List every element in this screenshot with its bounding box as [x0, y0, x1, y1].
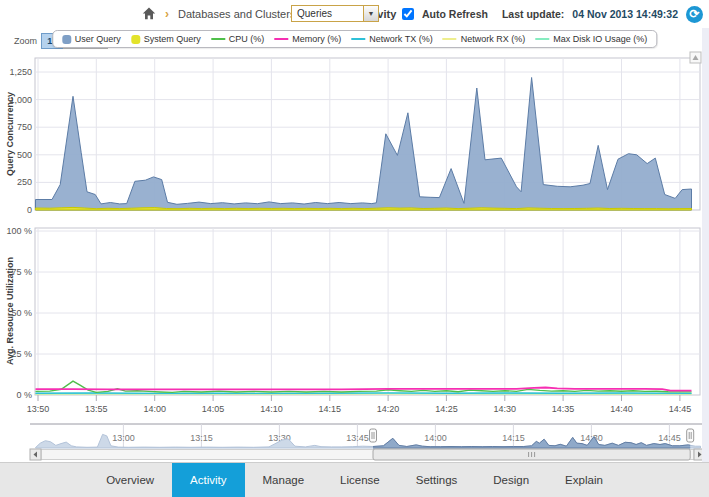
right-gutter [702, 28, 709, 462]
tab-license[interactable]: License [322, 463, 398, 497]
navigator-right-handle[interactable] [687, 429, 694, 442]
refresh-icon[interactable]: ⟳ [686, 6, 703, 23]
legend-item-label: Network TX (%) [369, 34, 432, 44]
legend-item-system-query[interactable]: System Query [131, 34, 201, 44]
view-select[interactable]: Queries ▼ [291, 5, 379, 22]
svg-text:14:35: 14:35 [552, 404, 575, 414]
tab-activity[interactable]: Activity [172, 463, 244, 497]
tab-design[interactable]: Design [475, 463, 547, 497]
svg-text:500: 500 [17, 150, 32, 160]
chevron-down-icon[interactable]: ▼ [363, 6, 378, 21]
tab-settings[interactable]: Settings [398, 463, 476, 497]
auto-refresh-label[interactable]: Auto Refresh [422, 8, 488, 20]
legend-line-marker-icon [211, 38, 225, 40]
legend-line-marker-icon [535, 38, 549, 40]
tab-overview[interactable]: Overview [88, 463, 172, 497]
navigator-left-handle[interactable] [370, 429, 377, 442]
svg-text:100 %: 100 % [6, 226, 32, 236]
view-select-value: Queries [292, 8, 363, 19]
legend-item-label: System Query [144, 34, 201, 44]
legend-item-network-tx[interactable]: Network TX (%) [351, 34, 432, 44]
svg-text:13:15: 13:15 [190, 433, 213, 443]
legend-line-marker-icon [274, 38, 288, 40]
header-right-controls: Auto Refresh Last update: 04 Nov 2013 14… [402, 0, 703, 28]
tab-explain[interactable]: Explain [547, 463, 621, 497]
tab-manage[interactable]: Manage [245, 463, 323, 497]
last-update-value: 04 Nov 2013 14:49:32 [572, 8, 678, 20]
series-network-tx[interactable] [36, 393, 692, 394]
svg-text:14:30: 14:30 [494, 404, 517, 414]
scrollbar-thumb[interactable] [373, 449, 690, 460]
y-axis-title-query-concurrency: Query Concurrency [5, 92, 15, 176]
last-update-label: Last update: [502, 8, 564, 20]
auto-refresh-checkbox[interactable] [402, 8, 414, 20]
legend-line-marker-icon [351, 38, 365, 40]
legend-item-label: Memory (%) [292, 34, 341, 44]
svg-text:14:20: 14:20 [377, 404, 400, 414]
svg-text:14:05: 14:05 [202, 404, 225, 414]
svg-text:14:15: 14:15 [319, 404, 342, 414]
app-window: › Databases and Clusters › db7201 activi… [0, 0, 709, 497]
legend-item-cpu[interactable]: CPU (%) [211, 34, 265, 44]
svg-text:13:55: 13:55 [85, 404, 108, 414]
svg-text:13:45: 13:45 [346, 433, 369, 443]
x-axis: 13:5013:5514:0014:0514:1014:1514:2014:25… [27, 395, 691, 414]
svg-text:0: 0 [27, 205, 32, 215]
svg-text:13:50: 13:50 [27, 404, 50, 414]
svg-text:14:00: 14:00 [143, 404, 166, 414]
svg-text:13:00: 13:00 [112, 433, 135, 443]
legend-line-marker-icon [443, 38, 457, 40]
y-axis-title-resource-utilization: Avg. Resource Utilization [5, 257, 15, 365]
legend-item-network-rx[interactable]: Network RX (%) [443, 34, 526, 44]
svg-text:1,250: 1,250 [9, 67, 32, 77]
resource-utilization-plot[interactable]: 0 %25 %50 %75 %100 % [6, 226, 700, 400]
svg-text:14:15: 14:15 [502, 433, 525, 443]
legend-item-label: Max Disk IO Usage (%) [553, 34, 647, 44]
legend-item-memory[interactable]: Memory (%) [274, 34, 341, 44]
home-icon[interactable] [142, 7, 156, 22]
legend-item-label: CPU (%) [229, 34, 265, 44]
svg-text:250: 250 [17, 177, 32, 187]
navigator[interactable]: 13:0013:1513:3013:4514:0014:1514:3014:45 [30, 424, 705, 448]
legend-area-marker-icon [131, 35, 140, 44]
svg-text:14:25: 14:25 [435, 404, 458, 414]
top-header: › Databases and Clusters › db7201 activi… [0, 0, 709, 29]
zoom-label: Zoom [14, 36, 37, 46]
svg-text:14:45: 14:45 [669, 404, 692, 414]
svg-text:750: 750 [17, 122, 32, 132]
bottom-tab-bar: OverviewActivityManageLicenseSettingsDes… [0, 462, 709, 497]
legend-item-max-disk-io-usage[interactable]: Max Disk IO Usage (%) [535, 34, 647, 44]
panel-scroll-up-button[interactable] [690, 52, 701, 63]
svg-text:0 %: 0 % [16, 390, 32, 400]
query-concurrency-plot[interactable]: 02505007501,0001,250 [9, 58, 700, 215]
chevron-separator-icon: › [165, 8, 169, 20]
chart-scrollbar[interactable] [30, 449, 705, 460]
svg-text:14:40: 14:40 [610, 404, 633, 414]
legend-item-label: User Query [75, 34, 121, 44]
legend-area-marker-icon [62, 35, 71, 44]
svg-text:14:45: 14:45 [658, 433, 681, 443]
activity-charts[interactable]: 02505007501,0001,2500 %25 %50 %75 %100 %… [0, 28, 709, 462]
legend-item-label: Network RX (%) [461, 34, 526, 44]
svg-text:14:10: 14:10 [260, 404, 283, 414]
breadcrumb-section[interactable]: Databases and Clusters [178, 8, 295, 20]
chart-legend: User QuerySystem QueryCPU (%)Memory (%)N… [52, 30, 657, 48]
svg-text:14:00: 14:00 [424, 433, 447, 443]
legend-item-user-query[interactable]: User Query [62, 34, 121, 44]
